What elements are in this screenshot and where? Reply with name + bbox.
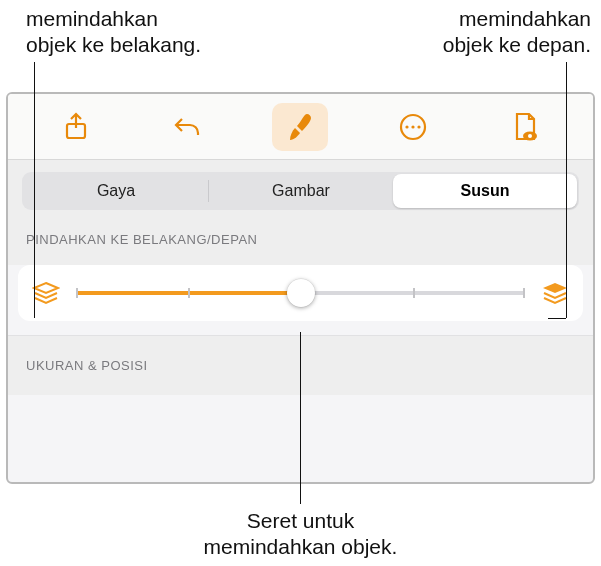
callout-back-label: memindahkan objek ke belakang. bbox=[26, 6, 201, 59]
format-tabs: Gaya Gambar Susun bbox=[22, 172, 579, 210]
tab-arrange[interactable]: Susun bbox=[393, 174, 577, 208]
section-sizepos-title: UKURAN & POSISI bbox=[26, 358, 575, 373]
undo-icon bbox=[172, 113, 204, 141]
stack-front-icon bbox=[541, 281, 569, 305]
layer-order-slider[interactable] bbox=[76, 279, 525, 307]
share-button[interactable] bbox=[48, 103, 104, 151]
slider-tick bbox=[413, 288, 415, 298]
app-frame: Gaya Gambar Susun PINDAHKAN KE BELAKANG/… bbox=[6, 92, 595, 484]
layer-slider-card bbox=[18, 265, 583, 321]
slider-thumb[interactable] bbox=[287, 279, 315, 307]
more-button[interactable] bbox=[385, 103, 441, 151]
move-to-front-button[interactable] bbox=[541, 281, 569, 305]
undo-button[interactable] bbox=[160, 103, 216, 151]
format-brush-icon bbox=[285, 111, 315, 143]
tab-image[interactable]: Gambar bbox=[209, 174, 393, 208]
document-view-icon bbox=[510, 111, 540, 143]
slider-tick bbox=[523, 288, 525, 298]
slider-tick bbox=[188, 288, 190, 298]
document-view-button[interactable] bbox=[497, 103, 553, 151]
stack-back-icon bbox=[32, 281, 60, 305]
share-icon bbox=[62, 112, 90, 142]
format-tabs-wrap: Gaya Gambar Susun bbox=[8, 160, 593, 218]
slider-tick bbox=[76, 288, 78, 298]
format-button[interactable] bbox=[272, 103, 328, 151]
callout-drag-label: Seret untuk memindahkan objek. bbox=[0, 508, 601, 561]
section-backfront: PINDAHKAN KE BELAKANG/DEPAN bbox=[8, 218, 593, 265]
svg-point-3 bbox=[411, 125, 414, 128]
svg-point-2 bbox=[405, 125, 408, 128]
toolbar bbox=[8, 94, 593, 160]
svg-point-6 bbox=[528, 134, 532, 138]
section-backfront-title: PINDAHKAN KE BELAKANG/DEPAN bbox=[26, 232, 575, 247]
tab-style[interactable]: Gaya bbox=[24, 174, 208, 208]
more-icon bbox=[397, 111, 429, 143]
callout-front-label: memindahkan objek ke depan. bbox=[443, 6, 591, 59]
section-sizepos: UKURAN & POSISI bbox=[8, 335, 593, 395]
svg-point-4 bbox=[417, 125, 420, 128]
move-to-back-button[interactable] bbox=[32, 281, 60, 305]
